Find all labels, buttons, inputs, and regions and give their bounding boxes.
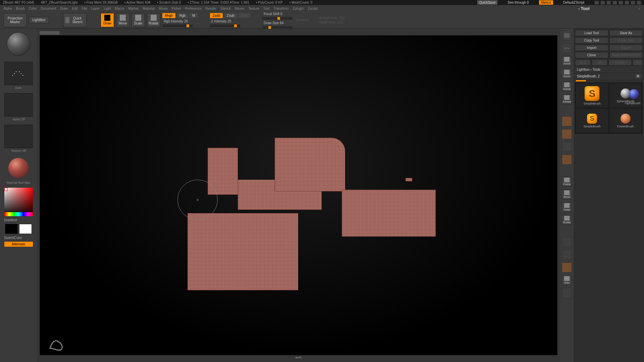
focal-shift-label[interactable]: Focal Shift 0 bbox=[262, 11, 292, 16]
alpha-thumbnail[interactable]: Alpha Off bbox=[4, 93, 33, 117]
paste-tool-button[interactable]: Paste Tool bbox=[609, 37, 643, 44]
local-button[interactable] bbox=[562, 142, 572, 152]
quicksketch-button[interactable]: Quick Sketch bbox=[63, 13, 87, 27]
menu-alpha[interactable]: Alpha bbox=[3, 7, 12, 10]
xpose-button[interactable] bbox=[562, 288, 572, 298]
menu-picker[interactable]: Picker bbox=[172, 7, 181, 10]
move-nav-button[interactable]: Move bbox=[562, 189, 572, 199]
transp-button[interactable] bbox=[562, 250, 572, 260]
focal-shift-slider[interactable] bbox=[262, 17, 292, 20]
dynamic-label[interactable]: Dynamic bbox=[294, 17, 310, 22]
menus-toggle[interactable]: Menus bbox=[539, 0, 553, 5]
menu-stencil[interactable]: Stencil bbox=[220, 7, 230, 10]
window-btn-4[interactable] bbox=[612, 1, 617, 5]
material-thumbnail[interactable]: MatCap Red Wax bbox=[4, 156, 33, 180]
scroll-button[interactable]: Scroll bbox=[562, 56, 572, 66]
zadd-button[interactable]: Zadd bbox=[210, 13, 223, 18]
menu-edit[interactable]: Edit bbox=[72, 7, 78, 10]
menu-color[interactable]: Color bbox=[29, 7, 37, 10]
menu-render[interactable]: Render bbox=[206, 7, 217, 10]
rgb-button[interactable]: Rgb bbox=[177, 13, 188, 18]
rotate-nav-button[interactable]: Rotate bbox=[562, 215, 572, 225]
tool-r-button[interactable]: R bbox=[636, 74, 641, 78]
frame-button[interactable]: Frame bbox=[562, 177, 572, 187]
window-btn-5[interactable] bbox=[619, 1, 623, 5]
rgb-intensity-slider[interactable] bbox=[162, 24, 193, 27]
floor-button[interactable] bbox=[562, 129, 572, 139]
default-zscript[interactable]: DefaultZScript bbox=[561, 0, 586, 5]
maximize-button[interactable] bbox=[631, 1, 635, 5]
rgb-intensity-label[interactable]: Rgb Intensity 25 bbox=[162, 19, 198, 24]
copy-tool-button[interactable]: Copy Tool bbox=[575, 37, 608, 44]
scale-mode-button[interactable]: Scale bbox=[131, 13, 145, 27]
menu-layer[interactable]: Layer bbox=[91, 7, 100, 10]
tool-eraserbrush[interactable]: EraserBrush bbox=[609, 109, 642, 133]
menu-light[interactable]: Light bbox=[104, 7, 111, 10]
quicksave-button[interactable]: QuickSave bbox=[477, 0, 497, 5]
aahalf-button[interactable]: AAHalf bbox=[562, 94, 572, 104]
goz-button[interactable]: GoZ bbox=[575, 59, 591, 66]
canvas-tab[interactable] bbox=[40, 31, 60, 35]
tool-spherebrush[interactable]: SphereBrushAlphaBrush bbox=[609, 83, 642, 108]
swatch-white[interactable] bbox=[19, 224, 32, 234]
color-picker[interactable] bbox=[4, 188, 33, 216]
polyf-button[interactable] bbox=[562, 237, 572, 247]
hue-strip[interactable] bbox=[4, 212, 33, 216]
goz-visible-button[interactable]: Visible bbox=[608, 59, 632, 66]
draw-size-label[interactable]: Draw Size 64 bbox=[262, 20, 292, 25]
goz-all-button[interactable]: All bbox=[592, 59, 607, 66]
lightbox-tools-header[interactable]: Lightbox › Tools bbox=[575, 67, 643, 72]
ghost-button[interactable] bbox=[562, 262, 572, 273]
rotate-mode-button[interactable]: Rotate bbox=[147, 13, 160, 27]
close-button[interactable] bbox=[637, 1, 641, 5]
seethrough-slider[interactable]: See-through 0 bbox=[505, 0, 531, 5]
projection-master-button[interactable]: Projection Master bbox=[3, 13, 27, 27]
tool-simplebrush-small[interactable]: SSimpleBrush bbox=[576, 109, 608, 133]
draw-mode-button[interactable]: Draw bbox=[101, 13, 114, 27]
load-tool-button[interactable]: Load Tool bbox=[575, 30, 608, 36]
spix-button[interactable]: SPix bbox=[562, 43, 572, 53]
switchcolor-button[interactable]: SwitchColor bbox=[2, 236, 22, 240]
mrgb-button[interactable]: Mrgb bbox=[162, 13, 175, 18]
window-btn-2[interactable] bbox=[600, 1, 605, 5]
menu-draw[interactable]: Draw bbox=[60, 7, 68, 10]
bpr-button[interactable] bbox=[562, 31, 572, 41]
menu-brush[interactable]: Brush bbox=[16, 7, 25, 10]
texture-thumbnail[interactable]: Texture Off bbox=[4, 125, 33, 148]
solo-button[interactable]: Solo bbox=[562, 275, 572, 285]
menu-macro[interactable]: Macro bbox=[115, 7, 124, 10]
brush-thumbnail[interactable] bbox=[7, 32, 30, 56]
goz-r-button[interactable]: R bbox=[633, 59, 643, 66]
menu-movie[interactable]: Movie bbox=[159, 7, 168, 10]
save-as-button[interactable]: Save As bbox=[609, 30, 643, 36]
alternate-button[interactable]: Alternate bbox=[4, 242, 33, 247]
persp-button[interactable] bbox=[562, 116, 572, 126]
expand-icon[interactable]: ⤢ bbox=[638, 7, 641, 10]
menu-transform[interactable]: Transform bbox=[273, 7, 288, 10]
menu-texture[interactable]: Texture bbox=[248, 7, 259, 10]
menu-tool[interactable]: Tool bbox=[263, 7, 269, 10]
canvas-viewport[interactable] bbox=[40, 35, 557, 355]
draw-size-slider[interactable] bbox=[262, 26, 292, 29]
scale-nav-button[interactable]: Scale bbox=[562, 202, 572, 212]
zcut-button[interactable]: Zcut bbox=[238, 13, 250, 18]
z-intensity-slider[interactable] bbox=[210, 24, 240, 27]
make-polymesh-button[interactable]: Make PolyMesh3D bbox=[609, 52, 643, 58]
menu-zscript[interactable]: Zscript bbox=[308, 7, 318, 10]
collapse-icon[interactable]: ◂ bbox=[578, 7, 580, 10]
menu-file[interactable]: File bbox=[82, 7, 87, 10]
lconst-button[interactable] bbox=[562, 155, 572, 165]
window-btn-1[interactable] bbox=[594, 1, 599, 5]
clone-button[interactable]: Clone bbox=[575, 52, 608, 58]
tool-simplebrush-large[interactable]: SSimpleBrush bbox=[576, 83, 608, 108]
z-intensity-label[interactable]: Z Intensity 25 bbox=[210, 19, 250, 24]
zsub-button[interactable]: Zsub bbox=[224, 13, 237, 18]
swatch-black[interactable] bbox=[5, 224, 18, 234]
zoom-button[interactable]: Zoom bbox=[562, 69, 572, 79]
actual-button[interactable]: Actual bbox=[562, 81, 572, 92]
stroke-thumbnail[interactable]: ⋰⋱ Dots bbox=[4, 62, 33, 85]
gradient-label[interactable]: Gradient bbox=[2, 218, 17, 222]
menu-zplugin[interactable]: Zplugin bbox=[293, 7, 304, 10]
current-tool-row[interactable]: SimpleBrush. 2 R bbox=[575, 73, 643, 79]
menu-material[interactable]: Material bbox=[143, 7, 155, 10]
